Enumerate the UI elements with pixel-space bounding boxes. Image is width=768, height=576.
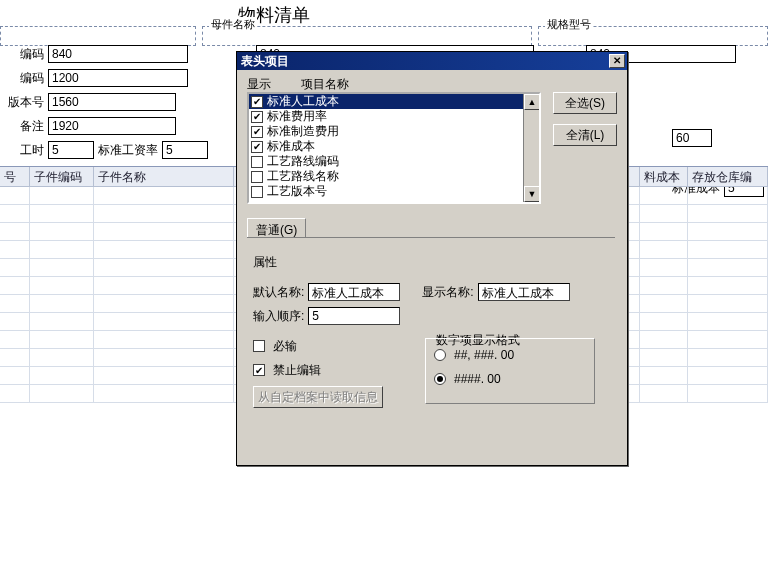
list-item-label: 工艺版本号: [267, 183, 327, 200]
field-label: 版本号: [2, 94, 44, 111]
field-input[interactable]: 1920: [48, 117, 176, 135]
lock-edit-label: 禁止编辑: [273, 362, 321, 379]
display-name-input[interactable]: 标准人工成本: [478, 283, 570, 301]
list-item[interactable]: 工艺路线名称: [249, 169, 539, 184]
rate-input[interactable]: 5: [162, 141, 208, 159]
field-label: 编码: [2, 70, 44, 87]
fmt1-label: ##, ###. 00: [454, 348, 514, 362]
select-all-button[interactable]: 全选(S): [553, 92, 617, 114]
fieldset-legend: 规格型号: [545, 17, 593, 32]
table-header[interactable]: 子件名称: [94, 167, 234, 186]
list-item-checkbox[interactable]: ✔: [251, 126, 263, 138]
list-item[interactable]: 工艺版本号: [249, 184, 539, 199]
field-label: 工时: [2, 142, 44, 159]
field-label: 编码: [2, 46, 44, 63]
numfmt-group: ##, ###. 00 ####. 00: [425, 338, 595, 404]
tab-general[interactable]: 普通(G): [247, 218, 306, 238]
hours-input[interactable]: 5: [48, 141, 94, 159]
required-checkbox[interactable]: [253, 340, 265, 352]
list-item-checkbox[interactable]: [251, 156, 263, 168]
field-input[interactable]: 1560: [48, 93, 176, 111]
display-name-label: 显示名称:: [422, 284, 473, 301]
fmt1-radio[interactable]: [434, 349, 446, 361]
table-header[interactable]: 存放仓库编: [688, 167, 768, 186]
dialog-title: 表头项目: [241, 53, 609, 70]
items-listbox[interactable]: ✔标准人工成本✔标准费用率✔标准制造费用✔标准成本工艺路线编码工艺路线名称工艺版…: [247, 92, 541, 204]
list-item[interactable]: ✔标准人工成本: [249, 94, 539, 109]
dialog-titlebar[interactable]: 表头项目 ✕: [237, 52, 627, 70]
list-item-checkbox[interactable]: ✔: [251, 141, 263, 153]
fmt2-label: ####. 00: [454, 372, 501, 386]
list-item[interactable]: ✔标准费用率: [249, 109, 539, 124]
list-item-checkbox[interactable]: [251, 171, 263, 183]
scroll-up-icon[interactable]: ▲: [524, 94, 540, 110]
field-input[interactable]: 60: [672, 129, 712, 147]
table-header[interactable]: 料成本: [640, 167, 688, 186]
order-input[interactable]: 5: [308, 307, 400, 325]
fmt2-radio[interactable]: [434, 373, 446, 385]
default-name-label: 默认名称:: [253, 284, 304, 301]
column-header-name: 项目名称: [301, 76, 349, 93]
close-icon[interactable]: ✕: [609, 54, 625, 68]
list-item-checkbox[interactable]: ✔: [251, 111, 263, 123]
column-header-show: 显示: [247, 76, 271, 93]
field-label: 标准工资率: [98, 142, 158, 159]
field-input[interactable]: 1200: [48, 69, 188, 87]
list-item-checkbox[interactable]: [251, 186, 263, 198]
read-from-custom-button[interactable]: 从自定档案中读取信息: [253, 386, 383, 408]
fieldset-legend: 母件名称: [209, 17, 257, 32]
header-items-dialog: 表头项目 ✕ 显示 项目名称 ✔标准人工成本✔标准费用率✔标准制造费用✔标准成本…: [236, 51, 628, 466]
scroll-down-icon[interactable]: ▼: [524, 186, 540, 202]
required-label: 必输: [273, 338, 297, 355]
field-label: 备注: [2, 118, 44, 135]
lock-edit-checkbox[interactable]: ✔: [253, 364, 265, 376]
list-item-checkbox[interactable]: ✔: [251, 96, 263, 108]
table-header[interactable]: 子件编码: [30, 167, 94, 186]
list-item[interactable]: ✔标准成本: [249, 139, 539, 154]
default-name-input[interactable]: 标准人工成本: [308, 283, 400, 301]
list-item[interactable]: 工艺路线编码: [249, 154, 539, 169]
group-label: 属性: [253, 254, 277, 271]
field-input[interactable]: 840: [48, 45, 188, 63]
list-item[interactable]: ✔标准制造费用: [249, 124, 539, 139]
clear-all-button[interactable]: 全清(L): [553, 124, 617, 146]
table-header[interactable]: 号: [0, 167, 30, 186]
order-label: 输入顺序:: [253, 308, 304, 325]
scrollbar[interactable]: ▲ ▼: [523, 94, 539, 202]
